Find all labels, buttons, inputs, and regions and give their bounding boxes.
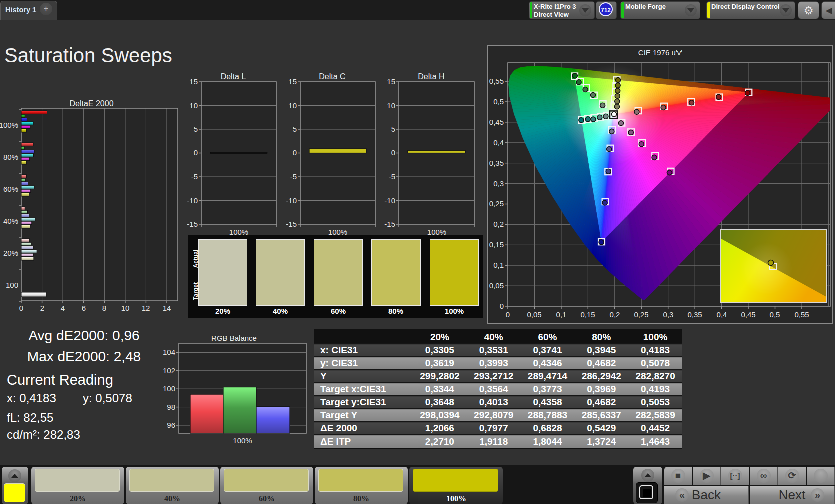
svg-text:4: 4 bbox=[61, 304, 65, 312]
svg-text:Delta L: Delta L bbox=[221, 72, 246, 81]
svg-text:0,15: 0,15 bbox=[489, 240, 504, 249]
svg-text:12: 12 bbox=[142, 304, 150, 312]
svg-text:40%: 40% bbox=[3, 217, 18, 225]
svg-text:CIE 1976 u'v': CIE 1976 u'v' bbox=[638, 48, 682, 57]
svg-text:-10: -10 bbox=[187, 196, 198, 205]
svg-text:0,25: 0,25 bbox=[489, 199, 504, 208]
svg-text:0: 0 bbox=[500, 302, 504, 310]
svg-text:8: 8 bbox=[102, 304, 106, 312]
svg-text:6: 6 bbox=[82, 304, 86, 312]
svg-text:0,25: 0,25 bbox=[634, 310, 648, 319]
svg-text:-5: -5 bbox=[191, 172, 198, 181]
svg-text:0: 0 bbox=[194, 148, 198, 157]
svg-text:-15: -15 bbox=[384, 220, 395, 228]
svg-text:-15: -15 bbox=[187, 220, 198, 228]
svg-text:60%: 60% bbox=[3, 185, 18, 193]
svg-text:0,05: 0,05 bbox=[527, 310, 541, 319]
svg-text:100: 100 bbox=[163, 384, 175, 393]
svg-text:98: 98 bbox=[167, 403, 175, 411]
svg-text:80%: 80% bbox=[3, 153, 18, 161]
svg-text:DeltaE 2000: DeltaE 2000 bbox=[69, 99, 113, 108]
svg-text:0,4: 0,4 bbox=[493, 138, 504, 147]
svg-text:0,2: 0,2 bbox=[610, 310, 620, 319]
svg-text:0,45: 0,45 bbox=[741, 310, 755, 319]
svg-text:100%: 100% bbox=[0, 121, 18, 129]
svg-text:0,3: 0,3 bbox=[493, 179, 504, 188]
svg-text:10: 10 bbox=[288, 101, 297, 110]
svg-text:5: 5 bbox=[391, 125, 395, 133]
svg-text:0,4: 0,4 bbox=[717, 310, 727, 319]
svg-text:100: 100 bbox=[6, 281, 18, 289]
svg-text:15: 15 bbox=[288, 77, 297, 86]
svg-text:0,3: 0,3 bbox=[663, 310, 674, 319]
svg-text:0,2: 0,2 bbox=[493, 220, 504, 228]
svg-text:100%: 100% bbox=[233, 436, 252, 445]
svg-text:0,45: 0,45 bbox=[489, 118, 504, 126]
svg-text:Delta C: Delta C bbox=[319, 72, 345, 81]
svg-text:0,1: 0,1 bbox=[493, 261, 504, 269]
svg-text:0,35: 0,35 bbox=[687, 310, 702, 319]
svg-text:0,1: 0,1 bbox=[556, 310, 567, 319]
svg-text:0,55: 0,55 bbox=[489, 77, 504, 85]
svg-text:Delta H: Delta H bbox=[418, 72, 444, 81]
svg-text:102: 102 bbox=[163, 366, 175, 375]
svg-text:0,35: 0,35 bbox=[489, 159, 504, 167]
svg-text:0: 0 bbox=[391, 148, 395, 157]
svg-text:5: 5 bbox=[194, 125, 198, 133]
svg-text:-10: -10 bbox=[286, 196, 297, 205]
svg-text:0: 0 bbox=[19, 304, 23, 312]
svg-text:14: 14 bbox=[163, 304, 171, 312]
svg-text:RGB Balance: RGB Balance bbox=[211, 334, 257, 342]
svg-text:0,15: 0,15 bbox=[580, 310, 595, 319]
svg-text:0,5: 0,5 bbox=[493, 97, 504, 106]
svg-text:96: 96 bbox=[167, 421, 175, 429]
svg-text:10: 10 bbox=[189, 101, 198, 110]
svg-text:15: 15 bbox=[387, 77, 395, 86]
svg-text:2: 2 bbox=[40, 304, 44, 312]
svg-text:-15: -15 bbox=[286, 220, 297, 228]
svg-text:0,55: 0,55 bbox=[794, 310, 809, 319]
svg-text:-5: -5 bbox=[290, 172, 297, 181]
svg-text:5: 5 bbox=[293, 125, 297, 133]
svg-text:0: 0 bbox=[506, 310, 510, 319]
svg-text:20%: 20% bbox=[3, 249, 18, 257]
svg-text:0: 0 bbox=[293, 148, 297, 157]
svg-text:104: 104 bbox=[163, 348, 175, 356]
svg-text:0,5: 0,5 bbox=[770, 310, 780, 319]
svg-text:10: 10 bbox=[121, 304, 130, 312]
svg-text:-10: -10 bbox=[384, 196, 395, 205]
svg-text:0,05: 0,05 bbox=[489, 281, 504, 290]
svg-text:15: 15 bbox=[189, 77, 198, 86]
svg-text:-5: -5 bbox=[389, 172, 395, 181]
svg-text:10: 10 bbox=[387, 101, 395, 110]
